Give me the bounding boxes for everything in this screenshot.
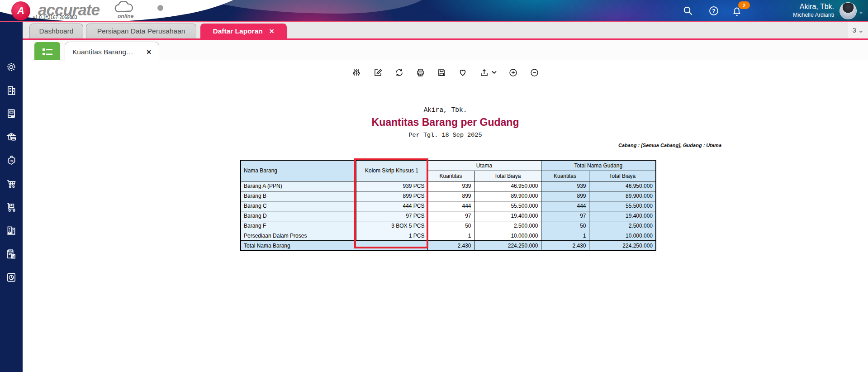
col-header-nama-barang: Nama Barang: [241, 160, 356, 181]
cell-script: 939 PCS: [356, 181, 427, 191]
edit-icon[interactable]: [373, 67, 383, 77]
cell-total-qty: 97: [541, 211, 589, 221]
cell-total-gudang-cost: 224.250.000: [589, 241, 656, 251]
cell-utama-qty: 939: [427, 181, 474, 191]
search-icon[interactable]: [683, 5, 693, 16]
cell-total-qty: 50: [541, 221, 589, 231]
svg-text:TAX: TAX: [9, 250, 13, 252]
cell-name: Barang B: [241, 191, 356, 201]
tab-dashboard[interactable]: Dashboard: [29, 24, 83, 38]
tab-overflow-dropdown[interactable]: 3 ⌄: [848, 22, 868, 38]
col-header-kolom-skrip: Kolom Skrip Khusus 1: [356, 160, 427, 181]
logo-letter: A: [17, 5, 24, 17]
report-title: Kuantitas Barang per Gudang: [23, 116, 868, 129]
cell-utama-qty: 1: [427, 231, 474, 241]
tab-label: Daftar Laporan: [213, 27, 263, 35]
sub-header-total-biaya: Total Biaya: [589, 171, 656, 181]
cell-script: 899 PCS: [356, 191, 427, 201]
filter-parameters-icon[interactable]: [351, 67, 361, 77]
export-icon[interactable]: [479, 67, 489, 77]
table-row: Persediaan Dalam Proses 1 PCS 1 10.000.0…: [241, 231, 656, 241]
cell-script: 444 PCS: [356, 201, 427, 211]
tab-persiapan-data-perusahaan[interactable]: Persiapan Data Perusahaan: [86, 24, 196, 38]
sidebar-item-reports-pie-chart-icon[interactable]: [5, 272, 17, 283]
export-chevron-down-icon[interactable]: [492, 71, 497, 74]
sidebar: Rp TAX: [0, 22, 23, 372]
cell-total-cost: 46.950.000: [589, 181, 656, 191]
cell-utama-cost: 19.400.000: [474, 211, 541, 221]
user-name: Michelle Ardianti: [793, 11, 834, 19]
cell-total-utama-cost: 224.250.000: [474, 241, 541, 251]
sidebar-item-tax-icon[interactable]: TAX: [5, 248, 17, 260]
export-menu[interactable]: [479, 67, 497, 77]
table-row: Barang A (PPN) 939 PCS 939 46.950.000 93…: [241, 181, 656, 191]
group-header-utama: Utama: [427, 160, 541, 171]
cell-utama-cost: 55.500.000: [474, 201, 541, 211]
user-company: Akira, Tbk.: [793, 2, 834, 11]
sidebar-item-company-building-icon[interactable]: [5, 85, 17, 96]
cloud-icon: [112, 1, 136, 14]
sidebar-item-settings-gear-icon[interactable]: [5, 61, 17, 73]
zoom-out-icon[interactable]: [529, 67, 539, 77]
report-company-name: Akira, Tbk.: [23, 106, 868, 114]
cell-script: 1 PCS: [356, 231, 427, 241]
cell-utama-qty: 899: [427, 191, 474, 201]
cell-total-cost: 2.500.000: [589, 221, 656, 231]
sidebar-item-cash-bank-icon[interactable]: [5, 131, 17, 143]
cell-name: Barang A (PPN): [241, 181, 356, 191]
cell-name: Barang C: [241, 201, 356, 211]
main-tab-bar: Dashboard Persiapan Data Perusahaan Daft…: [0, 22, 868, 38]
app-version: v1.0.1#3167-2069883: [33, 15, 77, 20]
report-list-button[interactable]: [34, 42, 60, 62]
close-icon[interactable]: ✕: [146, 48, 152, 56]
report-table: Nama Barang Kolom Skrip Khusus 1 Utama T…: [240, 160, 656, 251]
cell-total-utama-qty: 2.430: [427, 241, 474, 251]
cell-total-qty: 899: [541, 191, 589, 201]
cell-utama-qty: 444: [427, 201, 474, 211]
zoom-in-icon[interactable]: [508, 67, 518, 77]
group-header-total-nama-gudang: Total Nama Gudang: [541, 160, 656, 171]
user-info: Akira, Tbk. Michelle Ardianti: [793, 2, 834, 19]
notification-count-badge[interactable]: 2: [738, 1, 750, 9]
sub-header-total-biaya: Total Biaya: [474, 171, 541, 181]
sidebar-item-ledger-book-icon[interactable]: [5, 108, 17, 119]
content-area: Kuantitas Barang… ✕: [23, 38, 868, 372]
svg-text:Rp: Rp: [9, 159, 13, 162]
top-header: A accurate online v1.0.1#3167-2069883 ? …: [0, 0, 868, 22]
cell-script: 97 PCS: [356, 211, 427, 221]
report-viewer: Akira, Tbk. Kuantitas Barang per Gudang …: [23, 60, 868, 372]
cell-name: Barang F: [241, 221, 356, 231]
favorite-heart-icon[interactable]: [458, 67, 468, 77]
cell-total-qty: 939: [541, 181, 589, 191]
save-icon[interactable]: [436, 67, 446, 77]
cell-total-cost: 55.500.000: [589, 201, 656, 211]
print-icon[interactable]: [415, 67, 425, 77]
help-icon[interactable]: ?: [708, 5, 719, 16]
avatar[interactable]: [840, 2, 857, 19]
cell-utama-qty: 97: [427, 211, 474, 221]
report-tab-strip: Kuantitas Barang… ✕: [23, 38, 868, 60]
sidebar-item-fixed-assets-icon[interactable]: [5, 225, 17, 237]
sidebar-item-purchases-cart-icon[interactable]: [5, 178, 17, 190]
cell-total-cost: 19.400.000: [589, 211, 656, 221]
brand-online-label: online: [118, 13, 133, 19]
sidebar-item-sales-price-tag-icon[interactable]: Rp: [5, 155, 17, 167]
cell-total-label: Total Nama Barang: [241, 241, 427, 251]
refresh-icon[interactable]: [394, 67, 404, 77]
report-tab-label: Kuantitas Barang…: [72, 48, 133, 56]
cell-name: Barang D: [241, 211, 356, 221]
cell-script: 3 BOX 5 PCS: [356, 221, 427, 231]
tab-daftar-laporan[interactable]: Daftar Laporan ✕: [200, 24, 287, 38]
report-period: Per Tgl. 18 Sep 2025: [23, 132, 868, 138]
report-table-wrap: Nama Barang Kolom Skrip Khusus 1 Utama T…: [240, 160, 655, 251]
list-icon: [41, 46, 54, 58]
accurate-logo-icon[interactable]: A: [11, 1, 30, 20]
sidebar-item-inventory-trolley-icon[interactable]: [5, 201, 17, 213]
sub-header-kuantitas: Kuantitas: [427, 171, 474, 181]
close-icon[interactable]: ✕: [269, 28, 275, 35]
cell-utama-qty: 50: [427, 221, 474, 231]
cell-name: Persediaan Dalam Proses: [241, 231, 356, 241]
cell-total-cost: 89.900.000: [589, 191, 656, 201]
user-menu-chevron-icon[interactable]: ⌄: [859, 8, 863, 15]
tab-kuantitas-barang[interactable]: Kuantitas Barang… ✕: [65, 42, 159, 62]
